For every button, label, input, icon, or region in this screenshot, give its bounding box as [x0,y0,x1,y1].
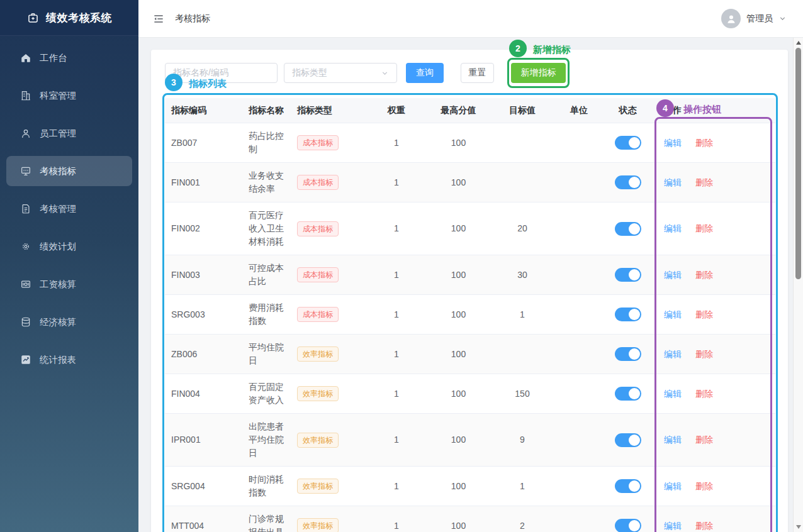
cell-unit [557,223,601,235]
column-header-type: 指标类型 [291,105,364,116]
status-toggle[interactable] [615,347,641,361]
cell-unit [557,348,601,360]
edit-link[interactable]: 编辑 [664,309,682,319]
user-menu[interactable]: 管理员 [721,9,787,28]
edit-link[interactable]: 编辑 [664,389,682,399]
column-header-weight: 权重 [364,105,429,116]
edit-link[interactable]: 编辑 [664,223,682,233]
type-tag: 效率指标 [297,386,339,401]
delete-link[interactable]: 删除 [695,270,713,280]
scrollbar-thumb[interactable] [795,48,801,279]
delete-link[interactable]: 删除 [695,349,713,359]
cell-unit [557,480,601,492]
delete-link[interactable]: 删除 [695,309,713,319]
scrollbar-down-arrow[interactable] [796,525,801,529]
cell-weight: 1 [364,302,429,328]
delete-link[interactable]: 删除 [695,389,713,399]
cell-indicator-type: 成本指标 [291,215,364,243]
cell-target [488,136,557,149]
cell-indicator-code: ZB006 [165,341,242,367]
sidebar-item-employee[interactable]: 员工管理 [6,118,132,148]
edit-link[interactable]: 编辑 [664,481,682,491]
cell-weight: 1 [364,262,429,288]
edit-link[interactable]: 编辑 [664,435,682,445]
column-header-target: 目标值 [488,105,557,116]
cell-target: 20 [488,216,557,241]
status-toggle[interactable] [615,175,641,189]
edit-link[interactable]: 编辑 [664,138,682,148]
delete-link[interactable]: 删除 [695,435,713,445]
cell-weight: 1 [364,341,429,367]
cell-indicator-name: 业务收支结余率 [242,163,291,202]
sidebar-item-department[interactable]: 科室管理 [6,80,132,111]
table-row: FIN003 可控成本占比 成本指标 1 100 30 编辑 删除 [165,255,775,295]
cell-indicator-name: 百元固定资产收入 [242,374,291,413]
cell-indicator-code: SRG004 [165,474,242,499]
cell-indicator-name: 出院患者平均住院日 [242,414,291,466]
sidebar: 绩效考核系统 工作台 科室管理 员工管理 考核指标 考核管理 绩效计划 工资核算… [0,0,138,532]
collapse-menu-icon[interactable] [152,13,165,25]
reset-button[interactable]: 重置 [461,63,494,83]
cell-unit [557,387,601,400]
delete-link[interactable]: 删除 [695,138,713,148]
status-toggle[interactable] [615,519,641,532]
delete-link[interactable]: 删除 [695,521,713,531]
status-toggle[interactable] [615,387,641,401]
sidebar-item-assessment[interactable]: 考核管理 [6,194,132,224]
sidebar-item-economy[interactable]: 经济核算 [6,307,132,337]
sidebar-item-plan[interactable]: 绩效计划 [6,231,132,262]
sidebar-item-workbench[interactable]: 工作台 [6,43,132,73]
scrollbar-up-arrow[interactable] [796,41,801,45]
type-tag: 成本指标 [297,175,339,190]
sidebar-item-label: 工资核算 [40,279,76,291]
select-chevron-icon [381,69,389,77]
delete-link[interactable]: 删除 [695,177,713,187]
query-button[interactable]: 查询 [406,63,444,83]
sidebar-item-label: 考核指标 [40,165,76,177]
status-toggle[interactable] [615,136,641,150]
status-toggle[interactable] [615,433,641,447]
cell-unit [557,519,601,532]
salary-icon [20,279,31,290]
sidebar-item-label: 经济核算 [40,316,76,328]
column-header-max: 最高分值 [429,105,488,116]
search-input[interactable]: 指标名称/编码 [165,63,278,83]
cell-unit [557,434,601,446]
cell-unit [557,308,601,321]
table-row: FIN002 百元医疗收入卫生材料消耗 成本指标 1 100 20 编辑 删除 [165,202,775,255]
type-tag: 效率指标 [297,346,339,362]
cell-max-score: 100 [429,262,488,288]
sidebar-item-indicator[interactable]: 考核指标 [6,156,132,186]
app-root: 绩效考核系统 工作台 科室管理 员工管理 考核指标 考核管理 绩效计划 工资核算… [0,0,803,532]
status-toggle[interactable] [615,222,641,236]
cell-indicator-code: SRG003 [165,302,242,328]
edit-link[interactable]: 编辑 [664,177,682,187]
type-select[interactable]: 指标类型 [284,63,397,83]
home-icon [20,52,31,64]
type-tag: 效率指标 [297,518,339,532]
edit-link[interactable]: 编辑 [664,270,682,280]
cell-target: 1 [488,474,557,499]
delete-link[interactable]: 删除 [695,223,713,233]
type-tag: 效率指标 [297,479,339,494]
status-toggle[interactable] [615,479,641,493]
edit-link[interactable]: 编辑 [664,349,682,359]
cell-indicator-type: 成本指标 [291,301,364,328]
vertical-scrollbar[interactable] [793,38,803,532]
edit-link[interactable]: 编辑 [664,521,682,531]
add-indicator-button[interactable]: 新增指标 [511,63,566,83]
database-icon [20,316,31,328]
cell-weight: 1 [364,216,429,241]
status-toggle[interactable] [615,268,641,282]
status-toggle[interactable] [615,308,641,321]
cell-unit [557,269,601,281]
sidebar-item-report[interactable]: 统计报表 [6,345,132,375]
table-row: ZB006 平均住院日 效率指标 1 100 编辑 删除 [165,335,775,374]
cell-target: 1 [488,302,557,328]
cell-indicator-type: 成本指标 [291,261,364,289]
sidebar-item-salary[interactable]: 工资核算 [6,269,132,299]
type-tag: 成本指标 [297,221,339,236]
delete-link[interactable]: 删除 [695,481,713,491]
column-header-unit: 单位 [557,105,601,116]
cell-weight: 1 [364,513,429,532]
